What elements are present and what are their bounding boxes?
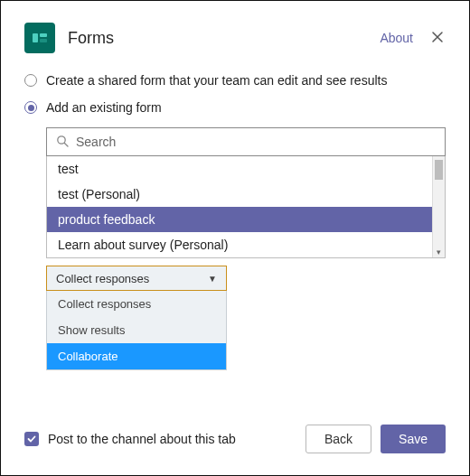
- svg-line-5: [64, 143, 68, 146]
- option-label: Add an existing form: [46, 100, 162, 115]
- app-title: Forms: [68, 29, 114, 48]
- list-item[interactable]: test (Personal): [47, 182, 432, 207]
- svg-rect-1: [33, 33, 38, 42]
- option-add-existing-form[interactable]: Add an existing form: [24, 100, 446, 115]
- option-label: Create a shared form that your team can …: [46, 73, 387, 88]
- search-placeholder: Search: [76, 135, 116, 149]
- search-input[interactable]: Search: [46, 127, 446, 156]
- search-icon: [56, 135, 69, 150]
- post-to-channel-checkbox[interactable]: [24, 432, 39, 446]
- list-item[interactable]: test: [47, 156, 432, 182]
- radio-icon: [24, 74, 37, 87]
- close-icon[interactable]: [429, 28, 446, 48]
- form-list: testtest (Personal)product feedbackLearn…: [46, 156, 446, 258]
- option-create-shared-form[interactable]: Create a shared form that your team can …: [24, 73, 446, 88]
- scrollbar[interactable]: ▾: [432, 156, 445, 257]
- list-item[interactable]: Learn about survey (Personal): [47, 232, 432, 257]
- back-button[interactable]: Back: [306, 425, 371, 453]
- select-option[interactable]: Show results: [47, 317, 226, 343]
- radio-icon: [24, 101, 37, 114]
- save-button[interactable]: Save: [381, 425, 446, 453]
- chevron-down-icon[interactable]: ▾: [433, 247, 445, 257]
- chevron-down-icon: ▼: [208, 274, 217, 284]
- select-option[interactable]: Collect responses: [47, 291, 226, 317]
- post-to-channel-label: Post to the channel about this tab: [48, 432, 236, 446]
- select-value: Collect responses: [56, 272, 149, 285]
- action-select[interactable]: Collect responses ▼: [46, 266, 227, 291]
- about-link[interactable]: About: [380, 31, 413, 45]
- scrollbar-thumb[interactable]: [435, 160, 443, 180]
- svg-rect-3: [40, 39, 47, 42]
- action-select-options: Collect responsesShow resultsCollaborate: [46, 291, 227, 370]
- forms-app-icon: [24, 23, 55, 53]
- svg-rect-2: [40, 33, 47, 37]
- list-item[interactable]: product feedback: [47, 207, 432, 232]
- select-option[interactable]: Collaborate: [47, 343, 226, 369]
